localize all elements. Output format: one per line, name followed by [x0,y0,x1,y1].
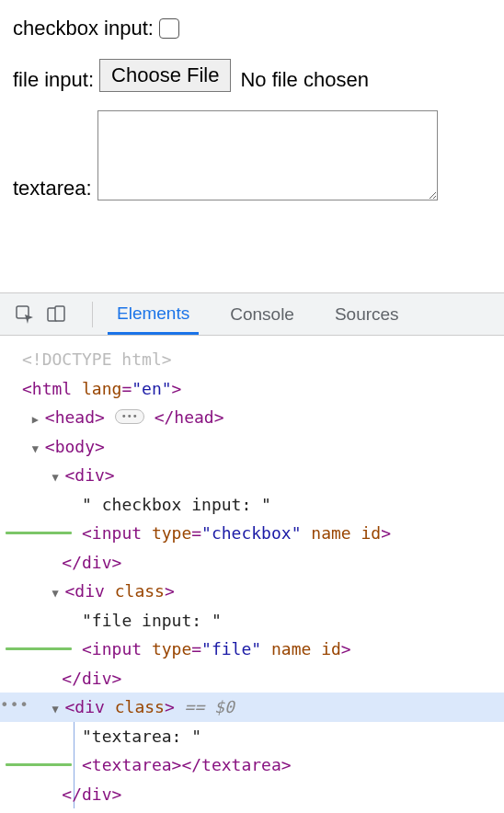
expand-icon[interactable]: ▼ [32,440,45,459]
textarea-label: textarea: [13,177,92,200]
inspect-icon[interactable] [15,304,35,325]
gutter-menu-icon[interactable]: ••• [0,693,29,718]
selected-children-group: "textarea: " <textarea></textarea> </div… [0,722,504,809]
expand-icon[interactable]: ▼ [52,584,65,603]
file-row: file input: Choose File No file chosen [13,59,491,92]
modified-marker [6,647,72,650]
file-status: No file chosen [240,68,368,92]
devtools-panel: Elements Console Sources <!DOCTYPE html>… [0,292,504,813]
textarea-row: textarea: [13,110,491,200]
dom-text-checkbox[interactable]: " checkbox input: " [0,490,504,520]
modified-marker [6,763,72,766]
dom-input-checkbox[interactable]: <input type="checkbox" name id> [0,519,504,548]
dom-div1-open[interactable]: ▼<div> [0,461,504,490]
modified-marker [6,532,72,534]
dom-html-open[interactable]: <html lang="en"> [0,374,504,404]
tab-sources[interactable]: Sources [326,295,408,334]
choose-file-button[interactable]: Choose File [99,59,231,92]
dom-div1-close[interactable]: </div> [0,548,504,578]
dom-textarea-el[interactable]: <textarea></textarea> [0,750,504,780]
checkbox-label: checkbox input: [13,17,154,40]
file-label: file input: [13,68,94,92]
page-content: checkbox input: file input: Choose File … [0,0,504,228]
textarea-input[interactable] [97,110,438,200]
dom-input-file[interactable]: <input type="file" name id> [0,635,504,664]
dom-div2-open[interactable]: ▼<div class> [0,577,504,606]
dom-div3-open-selected[interactable]: ••• ▼<div class> == $0 [0,693,504,722]
ellipsis-icon[interactable]: ••• [115,409,144,424]
dom-tree[interactable]: <!DOCTYPE html> <html lang="en"> ▶<head>… [0,336,504,813]
dom-div3-close[interactable]: </div> [0,780,504,809]
checkbox-input[interactable] [159,18,179,39]
collapse-icon[interactable]: ▶ [32,410,45,429]
expand-icon[interactable]: ▼ [52,468,65,487]
devtools-tabbar: Elements Console Sources [0,293,504,336]
dom-text-textarea[interactable]: "textarea: " [0,722,504,751]
dom-head[interactable]: ▶<head> ••• </head> [0,403,504,432]
dom-div2-close[interactable]: </div> [0,664,504,693]
svg-rect-2 [55,306,64,321]
expand-icon[interactable]: ▼ [52,700,65,719]
device-toggle-icon[interactable] [46,304,66,325]
tab-divider [92,302,93,327]
tab-elements[interactable]: Elements [108,294,199,335]
dom-body-open[interactable]: ▼<body> [0,432,504,462]
checkbox-row: checkbox input: [13,17,491,40]
tab-console[interactable]: Console [221,295,304,334]
dom-doctype[interactable]: <!DOCTYPE html> [0,345,504,374]
dom-text-file[interactable]: "file input: " [0,606,504,636]
